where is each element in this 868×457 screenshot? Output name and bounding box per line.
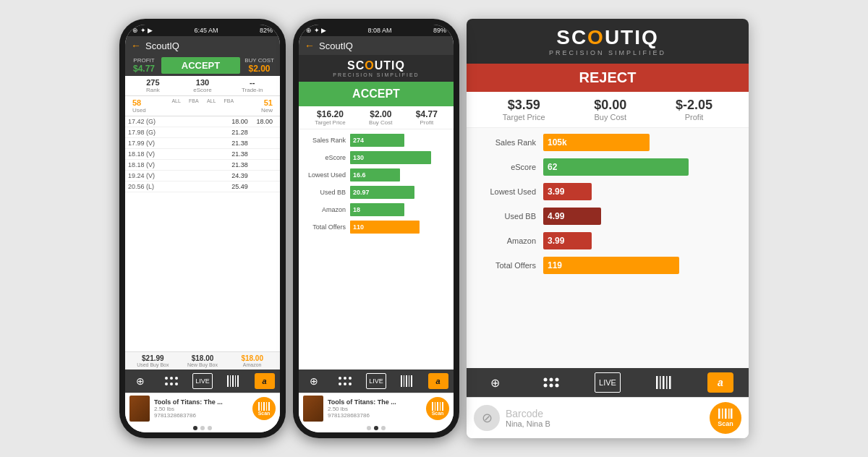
svg-point-0	[165, 377, 168, 380]
nav-live-2[interactable]: LIVE	[366, 373, 386, 389]
used-buy-box-label: Used Buy Box	[128, 362, 178, 367]
nav-amazon-1[interactable]: a	[255, 373, 275, 389]
back-arrow-1[interactable]: ←	[131, 40, 141, 51]
table-row: 20.56 (L) 25.49	[125, 181, 280, 192]
right-price-target-val: $3.59	[503, 98, 545, 113]
nav-crosshair-2[interactable]: ⊕	[304, 373, 324, 389]
right-nav-amazon[interactable]: a	[707, 372, 733, 393]
nav-barcode-2[interactable]	[397, 373, 417, 389]
svg-point-35	[544, 384, 548, 388]
nav-barcode-1[interactable]	[224, 373, 244, 389]
bar-used-bb: Used BB 20.97	[303, 186, 449, 199]
back-arrow-2[interactable]: ←	[305, 40, 315, 51]
bar-sales-rank: Sales Rank 274	[303, 134, 449, 147]
new-value: 51	[238, 98, 273, 107]
nav-menu-1[interactable]	[161, 373, 182, 389]
dot-1-2	[200, 426, 205, 430]
svg-point-37	[556, 384, 559, 388]
dot-2-2	[374, 426, 378, 430]
right-scan-bar: ⊘ Barcode Nina, Nina B Scan	[467, 397, 749, 438]
escore-value-1: 130	[178, 78, 228, 87]
svg-point-17	[344, 377, 346, 380]
prices-row-2: $16.20 Target Price $2.00 Buy Cost $4.77…	[299, 106, 454, 129]
col-header-fba-1: FBA	[185, 98, 203, 114]
right-nav-crosshair[interactable]: ⊕	[482, 372, 508, 393]
new-buy-box-label: New Buy Box	[178, 362, 228, 367]
status-time-1: 6:45 AM	[194, 27, 218, 34]
right-nav-menu[interactable]	[538, 372, 564, 393]
scan-barcode-2: 9781328683786	[328, 412, 422, 419]
nav-amazon-2[interactable]: a	[428, 373, 448, 389]
right-nav-barcode[interactable]	[651, 372, 677, 393]
used-label: Used	[132, 107, 168, 114]
price-col-profit: $4.77 Profit	[416, 109, 438, 126]
block-icon: ⊘	[474, 405, 500, 431]
svg-rect-13	[263, 402, 265, 411]
right-bar-amazon: Amazon 3.99	[478, 232, 737, 249]
svg-rect-15	[268, 402, 270, 411]
escore-label-1: eScore	[178, 87, 228, 93]
stats-row-1: 275 Rank 130 eScore -- Trade-in	[125, 76, 280, 96]
svg-rect-46	[728, 409, 730, 419]
status-bar-2: ⊕ ✦ ▶ 8:08 AM 89%	[299, 25, 454, 36]
table-row: 19.24 (V) 24.39	[125, 171, 280, 181]
nav-live-1[interactable]: LIVE	[192, 373, 213, 389]
svg-rect-24	[406, 375, 407, 387]
nav-crosshair-1[interactable]: ⊕	[130, 373, 150, 389]
svg-rect-6	[227, 375, 229, 387]
phone-1-screen: ⊕ ✦ ▶ 6:45 AM 82% ← ScoutIQ PROFIT $4.77…	[125, 25, 280, 432]
accept-button-2[interactable]: ACCEPT	[299, 82, 454, 106]
svg-rect-31	[442, 402, 443, 411]
price-buy-lbl: Buy Cost	[369, 119, 392, 126]
svg-point-5	[175, 383, 178, 385]
book-thumbnail-1	[129, 396, 150, 422]
status-time-2: 8:08 AM	[367, 27, 391, 34]
price-buy-val: $2.00	[369, 109, 392, 119]
svg-rect-26	[411, 375, 412, 387]
amazon-buy-box: $18.00 Amazon	[227, 354, 277, 367]
svg-rect-25	[409, 375, 409, 387]
new-buy-box: $18.00 New Buy Box	[178, 354, 228, 367]
right-nav-live[interactable]: LIVE	[595, 372, 621, 393]
svg-rect-27	[432, 402, 433, 411]
price-profit-val: $4.77	[416, 109, 438, 119]
svg-point-19	[339, 383, 341, 385]
status-bar-1: ⊕ ✦ ▶ 6:45 AM 82%	[125, 25, 280, 36]
right-bar-sales-rank: Sales Rank 105k	[478, 134, 737, 151]
used-buy-box: $21.99 Used Buy Box	[128, 354, 178, 367]
right-barcode-placeholder[interactable]: Barcode	[506, 408, 704, 419]
sub-stats-row-1: 58 Used ALL FBA ALL FBA 51 New	[125, 96, 280, 116]
right-panel: SCOUTIQ PRECISION SIMPLIFIED REJECT $3.5…	[467, 19, 749, 438]
accept-button-1[interactable]: ACCEPT	[161, 57, 240, 74]
right-scan-button[interactable]: Scan	[710, 402, 741, 434]
book-thumbnail-2	[303, 396, 323, 422]
svg-point-18	[349, 377, 352, 380]
svg-rect-47	[731, 409, 733, 419]
col-header-all-1: ALL	[168, 98, 185, 114]
dots-2	[299, 424, 454, 432]
svg-rect-44	[722, 409, 723, 419]
svg-point-34	[556, 378, 559, 382]
scoutiq-logo-text: SCOUTIQ	[347, 59, 405, 72]
scan-button-2[interactable]: Scan	[426, 397, 449, 420]
nav-menu-2[interactable]	[335, 373, 355, 389]
buy-box-row-1: $21.99 Used Buy Box $18.00 New Buy Box $…	[125, 351, 280, 370]
svg-point-4	[170, 383, 173, 385]
right-nav-bar: ⊕ LIVE a	[467, 368, 749, 397]
dot-2-1	[367, 426, 371, 430]
svg-point-32	[544, 378, 548, 382]
used-value: 58	[132, 98, 168, 107]
price-target-lbl: Target Price	[315, 119, 346, 126]
scan-button-1[interactable]: Scan	[252, 397, 276, 420]
rank-value-1: 275	[128, 78, 178, 87]
bar-total-offers: Total Offers 110	[303, 221, 449, 234]
right-scan-author: Nina, Nina B	[506, 419, 704, 428]
phone-2: ⊕ ✦ ▶ 8:08 AM 89% ← ScoutIQ SCOUTIQ PREC…	[293, 19, 459, 438]
right-bar-total-offers: Total Offers 119	[478, 257, 737, 274]
app-header-2: ← ScoutIQ	[299, 36, 454, 55]
svg-point-21	[349, 383, 352, 385]
table-row: 18.18 (V) 21.38	[125, 149, 280, 160]
svg-point-16	[339, 377, 341, 380]
svg-rect-43	[718, 409, 720, 419]
svg-rect-29	[437, 402, 438, 411]
